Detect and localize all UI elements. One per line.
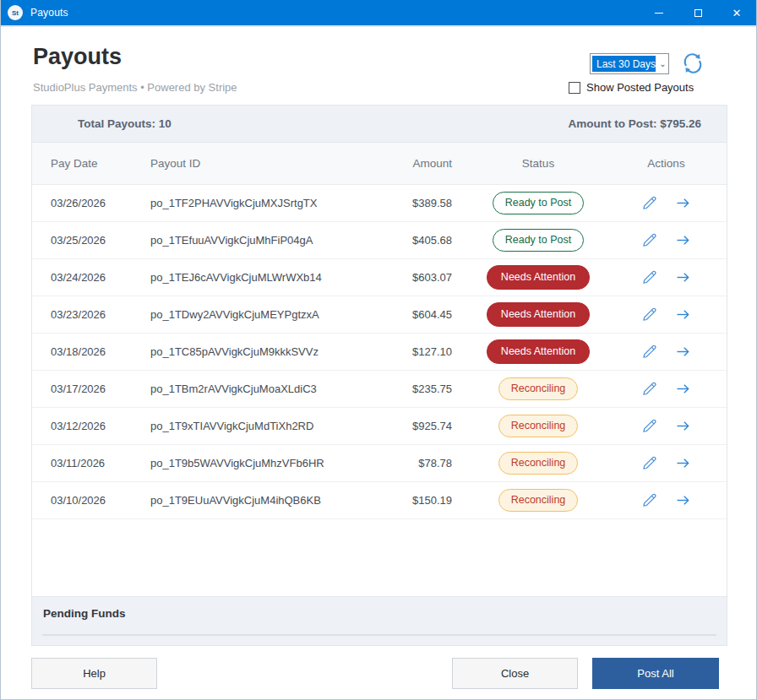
open-payout-button[interactable] [674,306,693,324]
pay-date-cell: 03/10/2026 [51,494,150,507]
status-badge: Reconciling [498,489,579,512]
status-badge: Needs Attention [487,302,590,327]
table-row: 03/18/2026 po_1TC85pAVVigkCjuM9kkkSVVz $… [32,334,727,371]
payout-id-cell: po_1TEfuuAVVigkCjuMhFiP04gA [150,234,387,247]
date-range-dropdown[interactable]: Last 30 Days ⌄ [590,53,669,74]
pay-date-cell: 03/18/2026 [51,345,150,358]
pay-date-cell: 03/25/2026 [51,234,150,247]
table-row: 03/26/2026 po_1TF2PHAVVigkCjuMXJSrtgTX $… [32,185,727,222]
payout-id-cell: po_1TEJ6cAVVigkCjuMLWrWXb14 [150,271,387,284]
window-controls: ✕ [640,0,756,26]
help-button[interactable]: Help [31,658,157,689]
arrow-right-icon [674,380,692,398]
col-status: Status [452,157,624,170]
amount-cell: $127.10 [387,345,452,358]
payouts-window: St Payouts ✕ Payouts StudioPlus Payments… [0,0,757,700]
col-actions: Actions [624,157,708,170]
total-payouts: Total Payouts: 10 [78,117,172,130]
open-payout-button[interactable] [674,269,693,287]
table-row: 03/10/2026 po_1T9EUuAVVigkCjuM4ihQB6KB $… [32,482,727,519]
pay-date-cell: 03/12/2026 [51,420,150,432]
arrow-right-icon [674,194,692,212]
status-badge: Ready to Post [493,229,585,252]
open-payout-button[interactable] [674,343,693,361]
pay-date-cell: 03/26/2026 [51,197,150,209]
page-subtitle: StudioPlus Payments • Powered by Stripe [33,81,237,94]
open-payout-button[interactable] [674,231,693,250]
refresh-button[interactable] [680,51,705,76]
col-payout-id: Payout ID [150,157,387,170]
pending-funds-section: Pending Funds [32,596,727,645]
open-payout-button[interactable] [674,491,693,510]
post-all-button[interactable]: Post All [592,658,719,689]
amount-cell: $604.45 [387,308,452,321]
pay-date-cell: 03/23/2026 [51,308,150,321]
amount-cell: $925.74 [387,420,452,432]
amount-cell: $405.68 [387,234,452,247]
arrow-right-icon [674,454,692,472]
close-button[interactable]: Close [452,658,578,689]
amount-cell: $150.19 [387,494,452,507]
open-payout-button[interactable] [674,417,693,436]
edit-payout-button[interactable] [640,194,659,213]
open-payout-button[interactable] [674,194,693,213]
edit-payout-button[interactable] [640,269,659,287]
window-title: Payouts [30,7,68,19]
pending-funds-title: Pending Funds [43,607,126,620]
table-row: 03/24/2026 po_1TEJ6cAVVigkCjuMLWrWXb14 $… [32,259,727,296]
status-badge: Reconciling [498,452,579,475]
table-header: Pay Date Payout ID Amount Status Actions [32,143,727,185]
arrow-right-icon [674,417,692,435]
edit-payout-button[interactable] [640,491,659,510]
status-badge: Reconciling [498,377,579,400]
table-row: 03/25/2026 po_1TEfuuAVVigkCjuMhFiP04gA $… [32,222,727,259]
payout-id-cell: po_1TBm2rAVVigkCjuMoaXLdiC3 [150,383,387,395]
payout-id-cell: po_1TDwy2AVVigkCjuMEYPgtzxA [150,308,387,321]
chevron-down-icon: ⌄ [657,54,668,73]
show-posted-label: Show Posted Payouts [586,81,694,94]
payouts-card: Total Payouts: 10 Amount to Post: $795.2… [31,105,727,646]
maximize-icon[interactable] [678,0,717,26]
edit-payout-button[interactable] [640,380,659,399]
payout-id-cell: po_1T9EUuAVVigkCjuM4ihQB6KB [150,494,387,507]
amount-cell: $603.07 [387,271,452,284]
status-badge: Ready to Post [493,192,585,214]
pencil-icon [640,491,658,509]
edit-payout-button[interactable] [640,306,659,324]
pencil-icon [640,269,658,286]
edit-payout-button[interactable] [640,454,659,473]
table-row: 03/12/2026 po_1T9xTIAVVigkCjuMdTiXh2RD $… [32,408,727,445]
amount-cell: $389.58 [387,197,452,209]
status-badge: Reconciling [498,415,579,437]
app-logo-icon: St [8,5,23,20]
edit-payout-button[interactable] [640,417,659,436]
table-row: 03/23/2026 po_1TDwy2AVVigkCjuMEYPgtzxA $… [32,296,727,334]
date-range-selected: Last 30 Days [592,56,656,72]
col-amount: Amount [387,157,452,170]
pencil-icon [640,417,658,435]
show-posted-checkbox[interactable] [569,82,580,94]
amount-to-post: Amount to Post: $795.26 [568,117,701,130]
minimize-icon[interactable] [640,0,678,26]
close-icon[interactable]: ✕ [717,0,756,26]
page-title: Payouts [33,44,122,70]
col-pay-date: Pay Date [51,157,150,170]
pay-date-cell: 03/17/2026 [51,383,150,395]
arrow-right-icon [674,491,692,509]
show-posted-payouts: Show Posted Payouts [569,81,694,94]
pay-date-cell: 03/11/2026 [51,457,150,469]
table-row: 03/17/2026 po_1TBm2rAVVigkCjuMoaXLdiC3 $… [32,371,727,408]
open-payout-button[interactable] [674,454,693,473]
payout-id-cell: po_1TF2PHAVVigkCjuMXJSrtgTX [150,197,387,209]
open-payout-button[interactable] [674,380,693,399]
payout-id-cell: po_1TC85pAVVigkCjuM9kkkSVVz [150,345,387,358]
edit-payout-button[interactable] [640,343,659,361]
edit-payout-button[interactable] [640,231,659,250]
status-badge: Needs Attention [487,339,590,364]
table-row: 03/11/2026 po_1T9b5WAVVigkCjuMhzVFb6HR $… [32,445,727,482]
arrow-right-icon [674,231,692,249]
payout-id-cell: po_1T9xTIAVVigkCjuMdTiXh2RD [150,420,387,432]
title-bar: St Payouts ✕ [1,0,756,27]
pending-funds-divider [42,634,716,636]
arrow-right-icon [674,269,692,286]
